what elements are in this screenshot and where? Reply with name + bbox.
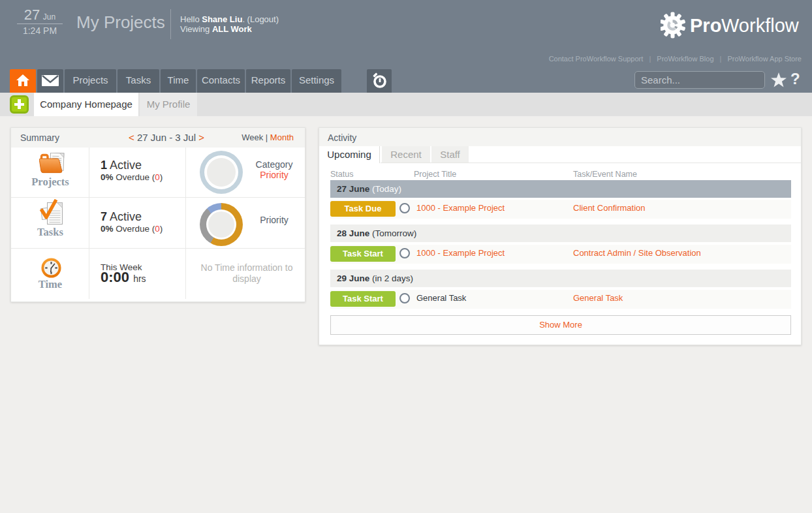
svg-text:Pro: Pro (690, 15, 721, 36)
svg-text:Workflow: Workflow (721, 15, 800, 36)
